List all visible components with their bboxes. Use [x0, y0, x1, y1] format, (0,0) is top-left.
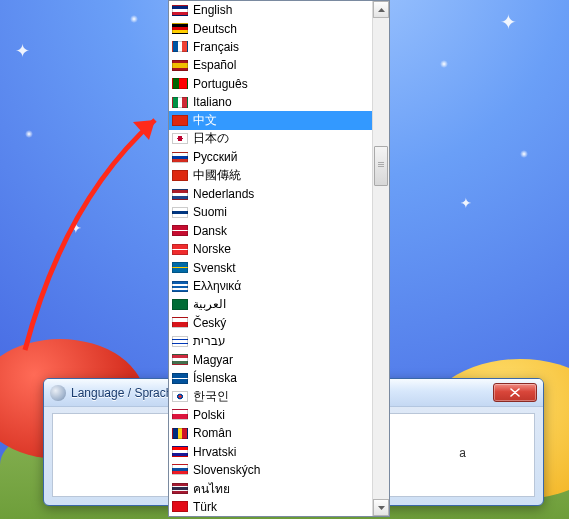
close-icon: [510, 388, 520, 397]
flag-icon: [172, 317, 188, 328]
sparkle-icon: [25, 130, 33, 138]
language-label: Český: [193, 316, 226, 330]
language-option[interactable]: English: [169, 1, 372, 19]
flag-icon: [172, 354, 188, 365]
flag-icon: [172, 483, 188, 494]
language-option[interactable]: 日本の: [169, 130, 372, 148]
language-option[interactable]: Ελληνικά: [169, 277, 372, 295]
flag-icon: [172, 133, 188, 144]
language-label: 中文: [193, 112, 217, 129]
language-label: Polski: [193, 408, 225, 422]
language-list[interactable]: EnglishDeutschFrançaisEspañolPortuguêsIt…: [169, 1, 372, 516]
language-option[interactable]: Svenskt: [169, 258, 372, 276]
flag-icon: [172, 446, 188, 457]
language-option[interactable]: Português: [169, 75, 372, 93]
language-option[interactable]: Türk: [169, 498, 372, 516]
scroll-down-button[interactable]: [373, 499, 389, 516]
language-option[interactable]: Français: [169, 38, 372, 56]
flag-icon: [172, 244, 188, 255]
flag-icon: [172, 23, 188, 34]
flag-icon: [172, 409, 188, 420]
language-option[interactable]: 한국인: [169, 387, 372, 405]
flag-icon: [172, 207, 188, 218]
flag-icon: [172, 170, 188, 181]
language-label: 中國傳統: [193, 167, 241, 184]
language-option[interactable]: 中文: [169, 111, 372, 129]
language-option[interactable]: Český: [169, 314, 372, 332]
language-option[interactable]: Hrvatski: [169, 442, 372, 460]
sparkle-icon: [130, 15, 138, 23]
language-dropdown: EnglishDeutschFrançaisEspañolPortuguêsIt…: [168, 0, 390, 517]
flag-icon: [172, 225, 188, 236]
language-option[interactable]: Nederlands: [169, 185, 372, 203]
language-label: Suomi: [193, 205, 227, 219]
star-icon: ✦: [500, 10, 517, 34]
language-label: Slovenských: [193, 463, 260, 477]
flag-icon: [172, 281, 188, 292]
language-option[interactable]: Român: [169, 424, 372, 442]
language-label: Hrvatski: [193, 445, 236, 459]
language-label: Nederlands: [193, 187, 254, 201]
globe-icon: [50, 385, 66, 401]
flag-icon: [172, 391, 188, 402]
language-label: Italiano: [193, 95, 232, 109]
language-label: Português: [193, 77, 248, 91]
language-option[interactable]: Русский: [169, 148, 372, 166]
language-option[interactable]: Italiano: [169, 93, 372, 111]
language-label: Magyar: [193, 353, 233, 367]
flag-icon: [172, 464, 188, 475]
language-option[interactable]: 中國傳統: [169, 167, 372, 185]
language-label: Русский: [193, 150, 238, 164]
language-option[interactable]: Magyar: [169, 350, 372, 368]
language-label: עברית: [193, 334, 226, 348]
language-label: คนไทย: [193, 479, 230, 498]
language-label: العربية: [193, 297, 226, 311]
flag-icon: [172, 373, 188, 384]
language-label: Español: [193, 58, 236, 72]
flag-icon: [172, 115, 188, 126]
language-label: Norske: [193, 242, 231, 256]
language-option[interactable]: Slovenských: [169, 461, 372, 479]
chevron-down-icon: [378, 506, 385, 510]
language-label: Român: [193, 426, 232, 440]
scroll-thumb[interactable]: [374, 146, 388, 186]
scroll-up-button[interactable]: [373, 1, 389, 18]
language-option[interactable]: คนไทย: [169, 479, 372, 497]
flag-icon: [172, 5, 188, 16]
flag-icon: [172, 97, 188, 108]
flag-icon: [172, 299, 188, 310]
language-option[interactable]: Norske: [169, 240, 372, 258]
star-icon: ✦: [15, 40, 30, 62]
scroll-track[interactable]: [373, 18, 389, 499]
language-label: 日本の: [193, 130, 229, 147]
flag-icon: [172, 152, 188, 163]
sparkle-icon: [440, 60, 448, 68]
flag-icon: [172, 78, 188, 89]
language-option[interactable]: Suomi: [169, 203, 372, 221]
language-label: 한국인: [193, 388, 229, 405]
language-label: Svenskt: [193, 261, 236, 275]
star-icon: ✦: [460, 195, 472, 211]
language-option[interactable]: Íslenska: [169, 369, 372, 387]
language-label: Türk: [193, 500, 217, 514]
language-option[interactable]: Deutsch: [169, 19, 372, 37]
chevron-up-icon: [378, 8, 385, 12]
close-button[interactable]: [493, 383, 537, 402]
language-option[interactable]: Español: [169, 56, 372, 74]
flag-icon: [172, 189, 188, 200]
language-option[interactable]: Dansk: [169, 222, 372, 240]
language-label: Dansk: [193, 224, 227, 238]
sparkle-icon: [520, 150, 528, 158]
language-option[interactable]: العربية: [169, 295, 372, 313]
flag-icon: [172, 428, 188, 439]
language-option[interactable]: Polski: [169, 406, 372, 424]
flag-icon: [172, 41, 188, 52]
annotation-arrow-icon: [5, 100, 170, 360]
language-option[interactable]: עברית: [169, 332, 372, 350]
language-label: Ελληνικά: [193, 279, 241, 293]
flag-icon: [172, 60, 188, 71]
scrollbar[interactable]: [372, 1, 389, 516]
language-label: Deutsch: [193, 22, 237, 36]
language-label: English: [193, 3, 232, 17]
language-label: Íslenska: [193, 371, 237, 385]
